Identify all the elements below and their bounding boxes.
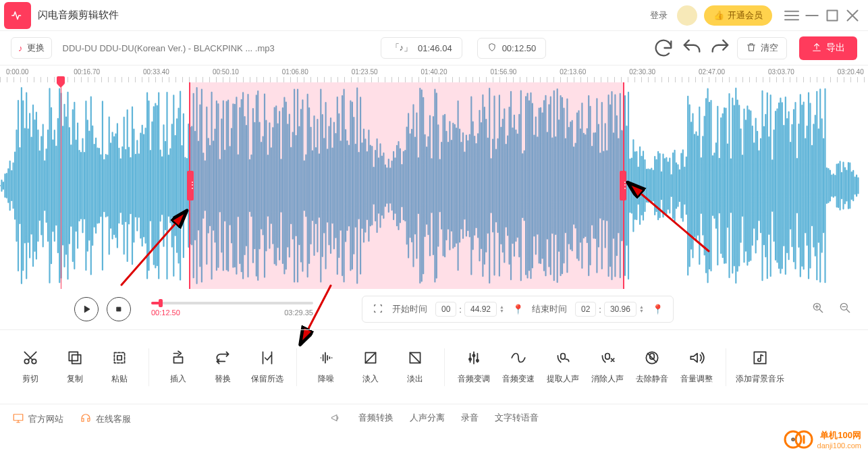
svg-rect-0	[828, 10, 838, 20]
refresh-button[interactable]	[652, 36, 675, 59]
change-file-button[interactable]: ♪ 更换	[11, 37, 52, 59]
close-button[interactable]	[842, 5, 863, 26]
playhead-line	[61, 82, 61, 289]
tool-speed[interactable]: 音频变速	[496, 349, 541, 385]
headset-icon	[80, 412, 92, 426]
total-time-value: 01:46.04	[418, 43, 452, 53]
tool-paste[interactable]: 粘贴	[97, 349, 142, 385]
login-button[interactable]: 登录	[645, 7, 673, 24]
ruler-tick: 0:00.00	[6, 68, 28, 76]
minimize-button[interactable]	[802, 5, 822, 26]
timeline-ruler[interactable]: 0:00.0000:16.7000:33.4000:50.1001:06.800…	[0, 65, 868, 82]
svg-rect-1	[117, 307, 121, 311]
trash-icon	[746, 42, 757, 55]
app-logo	[4, 2, 31, 29]
file-name: DDU-DU DDU-DU(Korean Ver.) - BLACKPINK .…	[63, 43, 275, 53]
official-site-link[interactable]: 官方网站	[12, 412, 63, 426]
progress-thumb[interactable]	[159, 299, 163, 307]
music-icon: ♪	[18, 43, 23, 53]
ruler-tick: 00:33.40	[143, 68, 169, 76]
total-time: 03:29.35	[284, 309, 313, 317]
ruler-tick: 01:06.80	[282, 68, 308, 76]
selection-time-chip: 00:12.50	[477, 38, 547, 59]
megaphone-icon	[330, 412, 342, 426]
tool-cut[interactable]: 剪切	[8, 349, 53, 385]
tool-remove-voice[interactable]: 消除人声	[585, 349, 630, 385]
tool-insert[interactable]: 插入	[156, 349, 200, 385]
tool-extract-voice[interactable]: 提取人声	[541, 349, 585, 385]
zoom-in-button[interactable]	[811, 301, 825, 317]
maximize-button[interactable]	[822, 5, 842, 26]
start-min-input[interactable]: 00	[435, 302, 456, 317]
thumbs-up-icon: 👍	[713, 10, 724, 20]
svg-rect-6	[72, 355, 81, 364]
link-audio-convert[interactable]: 音频转换	[358, 412, 394, 426]
upload-icon	[811, 42, 822, 55]
monitor-icon	[12, 412, 24, 426]
zoom-out-button[interactable]	[838, 301, 852, 317]
ruler-tick: 02:47.00	[699, 68, 725, 76]
selection-region[interactable]	[189, 82, 624, 289]
watermark: 单机100网danji100.com	[784, 428, 861, 451]
current-time: 00:12.50	[151, 309, 180, 317]
export-button[interactable]: 导出	[799, 36, 857, 60]
redo-button[interactable]	[709, 36, 732, 59]
end-min-input[interactable]: 02	[575, 302, 596, 317]
total-time-chip: 「♪」 01:46.04	[381, 37, 462, 59]
play-button[interactable]	[74, 297, 99, 321]
stop-button[interactable]	[107, 297, 131, 321]
pin-icon[interactable]: 📍	[512, 304, 524, 315]
tool-keep-selection[interactable]: 保留所选	[245, 349, 290, 385]
avatar[interactable]	[677, 5, 697, 26]
end-spinner[interactable]: ▲▼	[639, 305, 644, 313]
waveform-area[interactable]	[0, 82, 868, 289]
tool-volume[interactable]: 音量调整	[674, 349, 719, 385]
change-label: 更换	[27, 42, 45, 54]
ruler-tick: 01:23.50	[352, 68, 378, 76]
clear-button[interactable]: 清空	[737, 37, 787, 59]
menu-button[interactable]	[782, 5, 802, 26]
link-voice-separate[interactable]: 人声分离	[410, 412, 445, 426]
svg-rect-17	[13, 414, 23, 421]
end-sec-input[interactable]: 30.96	[604, 302, 636, 317]
progress-slider[interactable]	[151, 302, 313, 304]
selection-time-box: 开始时间 00 : 44.92 ▲▼ 📍 结束时间 02 : 30.96 ▲▼ …	[362, 296, 674, 323]
selection-handle-left[interactable]	[187, 171, 194, 200]
ruler-tick: 03:03.70	[768, 68, 794, 76]
selection-time-value: 00:12.50	[502, 43, 537, 53]
ruler-tick: 00:50.10	[213, 68, 239, 76]
start-sec-input[interactable]: 44.92	[464, 302, 497, 317]
tool-copy[interactable]: 复制	[53, 349, 97, 385]
selection-handle-right[interactable]	[620, 171, 626, 200]
svg-rect-9	[117, 356, 122, 360]
ruler-tick: 02:30.30	[629, 68, 655, 76]
ruler-tick: 00:16.70	[74, 68, 100, 76]
vip-button[interactable]: 👍 开通会员	[704, 5, 772, 26]
ruler-tick: 02:13.60	[560, 68, 586, 76]
start-spinner[interactable]: ▲▼	[499, 305, 504, 313]
tool-pitch[interactable]: 音频变调	[452, 349, 496, 385]
support-link[interactable]: 在线客服	[80, 412, 131, 426]
ruler-tick: 03:20.40	[838, 68, 864, 76]
export-label: 导出	[826, 42, 845, 54]
note-icon: 「♪」	[391, 42, 413, 54]
pin-icon[interactable]: 📍	[652, 304, 663, 315]
tool-fadeout[interactable]: 淡出	[393, 349, 437, 385]
svg-rect-7	[69, 352, 78, 360]
tool-replace[interactable]: 替换	[200, 349, 245, 385]
svg-rect-8	[114, 352, 124, 363]
undo-button[interactable]	[680, 36, 703, 59]
tool-fadein[interactable]: 淡入	[348, 349, 393, 385]
tool-add-bgm[interactable]: 添加背景音乐	[733, 349, 787, 385]
end-time-label: 结束时间	[532, 303, 567, 315]
start-time-label: 开始时间	[392, 303, 427, 315]
ruler-tick: 01:56.90	[490, 68, 516, 76]
link-record[interactable]: 录音	[461, 412, 479, 426]
link-tts[interactable]: 文字转语音	[495, 412, 539, 426]
vip-label: 开通会员	[728, 9, 763, 22]
tool-remove-silence[interactable]: 去除静音	[630, 349, 674, 385]
tool-denoise[interactable]: 降噪	[304, 349, 348, 385]
svg-point-20	[792, 438, 794, 441]
app-title: 闪电音频剪辑软件	[38, 9, 119, 22]
ruler-tick: 01:40.20	[421, 68, 447, 76]
